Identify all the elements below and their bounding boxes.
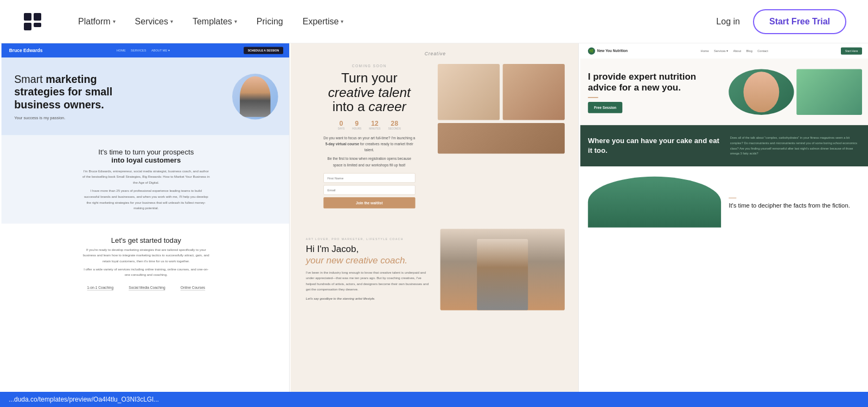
firstname-input[interactable] [324, 173, 416, 182]
site1-section2: It's time to turn your prospectsinto loy… [1, 135, 289, 224]
site1-hero-heading: Smart marketingstrategies for smallbusin… [14, 73, 232, 112]
site3-divider2 [729, 198, 736, 198]
site1-nav-home: HOME [117, 49, 126, 53]
site2-section2-p1: I've been in the industry long enough to… [306, 270, 430, 293]
site1-section2-heading: It's time to turn your prospectsinto loy… [14, 148, 278, 164]
site1-nav-services: SERVICES [131, 49, 146, 53]
site1-header: Bruce Edwards HOME SERVICES ABOUT ME ▾ S… [1, 43, 289, 57]
svg-rect-0 [24, 13, 31, 21]
site2-hero-heading: Turn yourcreative talentinto a career [306, 70, 433, 114]
site2-form: Join the waitlist [324, 173, 416, 208]
site2-section2-text: ART LOVER, PRO MARKETER, LIFESTYLE COACH… [306, 237, 430, 301]
main-content: Bruce Edwards HOME SERVICES ABOUT ME ▾ S… [0, 43, 868, 407]
countdown-days: 0 DAYS [338, 119, 344, 130]
preview-col-2: Creative COMING SOON Turn yourcreative t… [290, 43, 579, 407]
site1-hero-text: Smart marketingstrategies for smallbusin… [14, 73, 232, 120]
site3-hero-img-side [796, 69, 861, 115]
site2-tag: Creative [291, 43, 579, 59]
site2-bg: Creative COMING SOON Turn yourcreative t… [291, 43, 579, 400]
login-button[interactable]: Log in [716, 17, 740, 27]
site2-countdown: 0 DAYS 9 HOURS 12 MINUTES [306, 119, 433, 130]
svg-rect-1 [34, 13, 41, 21]
site2-section2: ART LOVER, PRO MARKETER, LIFESTYLE COACH… [291, 218, 579, 320]
person-silhouette [240, 76, 270, 117]
service2-link: Social Media Coaching [129, 286, 165, 290]
site2-img-3 [438, 123, 565, 153]
site2-img-1 [438, 64, 500, 120]
nav-expertise[interactable]: Expertise ▾ [295, 12, 352, 31]
nav-templates[interactable]: Templates ▾ [185, 12, 245, 31]
trial-button[interactable]: Start Free Trial [753, 9, 846, 34]
site2-section2-heading: Hi I'm Jacob,your new creative coach. [306, 243, 430, 266]
service1-link: 1-on-1 Coaching [87, 286, 113, 290]
nav-services[interactable]: Services ▾ [127, 12, 181, 31]
svg-rect-3 [34, 23, 41, 27]
site3-nav-about: About [733, 49, 742, 53]
site3-dark-section: Where you can have your cake and eat it … [580, 125, 868, 166]
site1-section3-heading: Let's get started today [14, 236, 278, 244]
chevron-down-icon: ▾ [341, 18, 343, 24]
site1-logo: Bruce Edwards [9, 48, 42, 53]
site1-cta: SCHEDULE A SESSION [244, 47, 283, 54]
site3-bottom-text: It's time to decipher the facts from the… [729, 195, 861, 209]
site3-bottom-heading: It's time to decipher the facts from the… [729, 201, 861, 209]
site3-nav-services: Services ▾ [714, 49, 728, 53]
url-bar-text: ...duda.co/templates/preview/Oa4l4tlu_O3… [9, 396, 159, 403]
logo[interactable] [22, 11, 43, 33]
site2-img-2 [503, 64, 565, 120]
col1-inner: Bruce Edwards HOME SERVICES ABOUT ME ▾ S… [1, 43, 289, 303]
svg-rect-2 [24, 23, 31, 30]
site1-section2-p2: I have more than 25 years of professiona… [82, 189, 210, 211]
site1-hero-tagline: Your success is my passion. [14, 115, 232, 120]
site3-hero-imgs [729, 69, 861, 115]
person-img-inner [477, 239, 528, 311]
site3-hero-text: I provide expert nutrition advice for a … [588, 71, 721, 113]
site3-nav-cta: Start Here [841, 48, 862, 55]
site2-person-photo [441, 229, 565, 310]
site2-hero-desc2: Be the first to know when registration o… [324, 156, 416, 168]
countdown-hours: 9 HOURS [353, 119, 362, 130]
site1-hero-image [232, 74, 278, 120]
col2-inner: Creative COMING SOON Turn yourcreative t… [291, 43, 579, 400]
col3-inner: 🌿 New You Nutrition Home Services ▾ Abou… [580, 43, 868, 237]
url-bar: ...duda.co/templates/preview/Oa4l4tlu_O3… [0, 392, 868, 407]
site1-nav: HOME SERVICES ABOUT ME ▾ [117, 49, 170, 53]
site2-hero-left: COMING SOON Turn yourcreative talentinto… [306, 64, 433, 208]
navbar: Platform ▾ Services ▾ Templates ▾ Pricin… [0, 0, 868, 43]
countdown-seconds: 28 SECONDS [388, 119, 401, 130]
site3-logo-text: New You Nutrition [597, 49, 628, 53]
chevron-down-icon: ▾ [113, 18, 116, 24]
site3-header: 🌿 New You Nutrition Home Services ▾ Abou… [580, 43, 868, 59]
site1-services-links: 1-on-1 Coaching Social Media Coaching On… [14, 286, 278, 290]
nutrition-icon: 🌿 [589, 49, 593, 53]
site2-hero-desc: Do you want to focus on your art full-ti… [324, 135, 416, 153]
site1-section3-p1: If you're ready to develop marketing str… [82, 247, 210, 264]
site1-section3: Let's get started today If you're ready … [1, 224, 289, 303]
site3-divider [588, 97, 598, 98]
preview-col-1: Bruce Edwards HOME SERVICES ABOUT ME ▾ S… [0, 43, 290, 407]
site3-logo-wrap: 🌿 New You Nutrition [588, 48, 628, 55]
nav-links: Platform ▾ Services ▾ Templates ▾ Pricin… [71, 12, 716, 31]
site1-nav-about: ABOUT ME ▾ [151, 49, 170, 53]
site3-dark-heading: Where you can have your cake and eat it … [588, 137, 720, 155]
preview-col-3: 🌿 New You Nutrition Home Services ▾ Abou… [579, 43, 868, 407]
nav-platform[interactable]: Platform ▾ [71, 12, 123, 31]
waitlist-submit[interactable]: Join the waitlist [324, 197, 416, 209]
site3-dark-desc: Does all of the talk about "complex, car… [730, 135, 862, 156]
email-input[interactable] [324, 185, 416, 195]
site2-hero: COMING SOON Turn yourcreative talentinto… [291, 59, 579, 218]
site3-free-session[interactable]: Free Session [588, 102, 623, 113]
site2-hero-right [438, 64, 565, 153]
site3-nav-home: Home [701, 49, 709, 53]
site3-hero-img-main [729, 69, 794, 115]
chevron-down-icon: ▾ [170, 18, 173, 24]
site3-logo-circle: 🌿 [588, 48, 595, 55]
site3-bottom-section: It's time to decipher the facts from the… [580, 166, 868, 238]
site3-nav: Home Services ▾ About Blog Contact [701, 49, 768, 53]
site1-section2-p1: I'm Bruce Edwards, entrepreneur, social … [82, 169, 210, 185]
site3-nav-contact: Contact [757, 49, 768, 53]
service3-link: Online Courses [181, 286, 205, 290]
site2-section2-p2: Let's say goodbye to the starving artist… [306, 296, 430, 301]
nav-pricing[interactable]: Pricing [249, 12, 291, 31]
site3-nav-blog: Blog [746, 49, 752, 53]
